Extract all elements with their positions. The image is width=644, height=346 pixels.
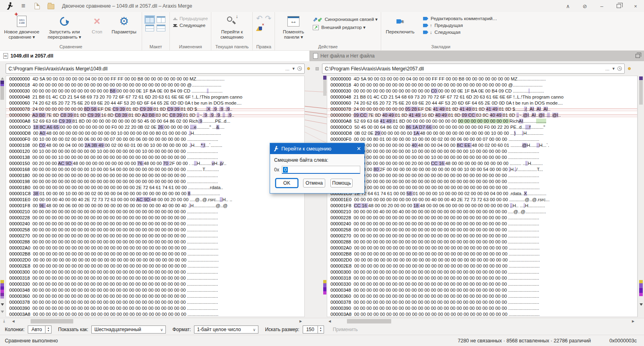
hex-row[interactable]: 000003A8 00 00 00 00 00 00 00 00 00 00 0… [6, 311, 304, 317]
hex-row[interactable]: 00000090 09 CC 7E 8D 40 49 81 8D 41 49 1… [327, 112, 637, 118]
hex-row[interactable]: 000002A0 00 00 00 00 00 00 00 00 00 00 0… [327, 245, 637, 251]
right-scrollbar[interactable] [638, 76, 644, 317]
offset-input[interactable]: 0 [282, 166, 360, 174]
rerun-comparison-button[interactable]: Запустить или пересравнить ▾ [44, 13, 85, 40]
minimize-button[interactable]: – [593, 0, 610, 12]
hex-row[interactable]: 00000348 00 00 00 00 00 00 00 00 00 00 0… [6, 287, 304, 293]
right-browse-icon[interactable]: … [605, 66, 609, 71]
toggle-bookmark-button[interactable]: ± Переключить [384, 13, 416, 35]
right-file-path[interactable]: C:\Program Files\Araxis\Araxis Merge\205… [325, 66, 602, 72]
layout-three-panes-horizontal-button[interactable] [157, 25, 165, 31]
left-file-path-bar[interactable]: C:\Program Files\Araxis\Araxis Merge\104… [6, 64, 305, 74]
hex-row[interactable]: 000000C0 18 8C A6 65 00 00 00 00 00 00 0… [6, 124, 304, 130]
hex-row[interactable]: 00000270 00 00 00 00 00 00 00 00 00 00 0… [6, 233, 304, 239]
hex-row[interactable]: 000002A0 00 00 00 00 00 00 00 00 00 00 0… [6, 245, 304, 251]
menu-icon[interactable]: ≡ [19, 2, 27, 10]
hex-row[interactable]: 000002B8 00 00 00 00 00 00 00 00 00 00 0… [327, 251, 637, 257]
hex-row[interactable]: 00000198 00 00 00 00 00 00 00 00 00 00 0… [6, 179, 304, 185]
previous-bookmark-button[interactable]: ↑ Предыдущая [423, 23, 497, 28]
hex-row[interactable]: 00000360 00 00 00 00 00 00 00 00 00 00 0… [327, 293, 637, 299]
left-hex-panel[interactable]: 00000000 4D 5A 90 00 03 00 00 00 04 00 0… [6, 76, 305, 317]
next-bookmark-button[interactable]: ↓ Следующая [423, 30, 497, 35]
hex-row[interactable]: 000001B0 00 00 00 00 00 00 00 00 00 00 0… [6, 185, 304, 191]
edit-comment-button[interactable]: Редактировать комментарий… [423, 16, 497, 21]
hex-row[interactable]: 00000330 00 00 00 00 00 00 00 00 00 00 0… [6, 281, 304, 287]
hex-row[interactable]: 00000150 00 20 00 00 AC 9D 48 00 00 00 0… [6, 161, 304, 167]
hex-row[interactable]: 00000048 21 B8 01 4C CD 21 54 68 69 73 2… [6, 94, 304, 100]
show-as-select[interactable]: Шестнадцатеричный ∨ [91, 325, 166, 334]
hex-row[interactable]: 00000228 00 00 00 00 00 00 00 00 00 00 0… [6, 215, 304, 221]
hex-row[interactable]: 000001F8 00 9E 48 00 00 06 00 00 00 00 0… [6, 203, 304, 209]
ok-button[interactable]: OK [276, 179, 298, 187]
hex-row[interactable]: 000000D8 0B 02 0E 29 00 00 00 00 00 1A 4… [327, 130, 637, 136]
left-scroll-right-arrow[interactable]: ▶ [299, 319, 302, 323]
new-comparison-icon[interactable] [33, 2, 41, 10]
hex-row[interactable]: 000000F0 00 00 00 80 01 00 00 00 00 10 0… [327, 136, 637, 142]
hex-row[interactable]: 00000210 00 00 00 00 00 00 00 00 00 00 0… [6, 209, 304, 215]
tab-empty-comparison[interactable]: Нет файла и Нет файла [310, 51, 621, 61]
tab-restore-icon[interactable] [636, 54, 640, 58]
restore-button[interactable] [610, 0, 627, 12]
open-folder-icon[interactable] [47, 2, 55, 10]
right-file-path-bar[interactable]: C:\Program Files\Araxis\Araxis Merge\205… [322, 64, 625, 74]
hex-row[interactable]: 00000018 40 00 00 00 00 00 00 00 00 00 0… [6, 82, 304, 88]
hex-row[interactable]: 00000168 00 00 00 00 00 00 00 00 00 10 0… [6, 167, 304, 173]
hex-row[interactable]: 000000C0 50 45 00 00 64 86 02 00 86 1A D… [327, 124, 637, 130]
hex-row[interactable]: 00000030 00 00 00 00 00 00 00 00 00 00 0… [327, 88, 637, 94]
hex-row[interactable]: 00000000 4D 5A 90 00 03 00 00 00 04 00 0… [6, 76, 304, 82]
hex-row[interactable]: 00000060 74 20 62 65 20 72 75 6E 20 69 6… [6, 100, 304, 106]
jump-last-diff-icon[interactable]: ⤓ [3, 319, 5, 323]
left-file-path[interactable]: C:\Program Files\Araxis\Araxis Merge\104… [8, 66, 282, 72]
hex-row[interactable]: 00000348 00 00 00 00 00 00 00 00 00 00 0… [327, 287, 637, 293]
hex-row[interactable]: 00000090 A3 B8 7E 8D C8 39 81 8D C9 39 1… [6, 112, 304, 118]
hex-row[interactable]: 00000138 00 00 00 00 10 00 00 00 00 00 0… [6, 154, 304, 161]
new-binary-comparison-button[interactable]: 10111100+ Новое двоичное сравнение ▾ [3, 13, 40, 40]
splitter-grip[interactable] [316, 67, 319, 70]
left-history-icon[interactable] [297, 66, 302, 71]
next-change-button[interactable]: Следующее [173, 23, 208, 28]
hex-row[interactable]: 00000180 00 00 00 00 00 00 00 00 00 00 0… [6, 173, 304, 179]
left-hscroll-thumb[interactable] [31, 319, 73, 323]
sync-links-button[interactable]: ⇗⇙ Синхронизация связей ▾ [313, 16, 378, 23]
hex-row[interactable]: 00000108 00 C0 48 00 00 04 00 00 2A 3B 4… [6, 142, 304, 148]
hex-row[interactable]: 000000A8 52 69 63 68 41 49 81 8D 00 00 0… [327, 118, 637, 124]
hex-row[interactable]: 000000D8 00 A0 48 00 00 00 00 00 00 00 0… [6, 130, 304, 136]
hex-row[interactable]: 000002D0 00 00 00 00 00 00 00 00 00 00 0… [6, 257, 304, 263]
help-button[interactable]: Помощь [330, 179, 353, 187]
hex-row[interactable]: 00000048 21 B8 01 4C CD 21 54 68 69 73 2… [327, 94, 637, 100]
hex-row[interactable]: 00000198 00 00 00 00 00 00 00 00 00 00 0… [327, 179, 637, 185]
hex-row[interactable]: 00000288 00 00 00 00 00 00 00 00 00 00 0… [327, 239, 637, 245]
hex-row[interactable]: 00000000 4D 5A 90 00 03 00 00 00 04 00 0… [327, 76, 637, 82]
hex-row[interactable]: 00000150 00 00 00 00 00 00 00 00 00 20 0… [327, 161, 637, 167]
hex-row[interactable]: 00000258 00 00 00 00 00 00 00 00 00 00 0… [327, 227, 637, 233]
hex-row[interactable]: 000001E0 00 00 00 00 40 00 00 40 2E 72 7… [6, 197, 304, 203]
hex-row[interactable]: 00000120 00 10 00 00 00 00 00 00 00 00 1… [6, 148, 304, 154]
right-scroll-right-arrow[interactable]: ▶ [632, 319, 634, 323]
goto-offset-button[interactable]: ↓ Перейти к смещению [215, 13, 249, 40]
hex-row[interactable]: 00000060 74 20 62 65 20 72 75 6E 20 69 6… [327, 100, 637, 106]
hex-row[interactable]: 00000378 00 00 00 00 00 00 00 00 00 00 0… [6, 299, 304, 305]
hex-row[interactable]: 00000210 00 00 00 00 40 00 00 40 00 00 0… [327, 209, 637, 215]
left-overview-strip[interactable] [0, 76, 5, 317]
hex-row[interactable]: 00000138 10 00 00 00 00 00 00 00 00 00 0… [327, 154, 637, 161]
hex-row[interactable]: 00000300 00 00 00 00 00 00 00 00 00 00 0… [6, 269, 304, 275]
hex-row[interactable]: 00000240 00 00 00 00 00 00 00 00 00 00 0… [327, 221, 637, 227]
hex-row[interactable]: 00000078 24 00 00 00 00 00 00 00 8D 58 E… [6, 106, 304, 112]
right-hscroll-thumb[interactable] [347, 319, 391, 323]
hex-row[interactable]: 00000378 00 00 00 00 00 00 00 00 00 00 0… [327, 299, 637, 305]
hex-row[interactable]: 00000228 00 00 00 00 00 00 00 00 00 00 0… [327, 215, 637, 221]
right-dropdown-icon[interactable]: ▾ [612, 66, 615, 71]
hex-row[interactable]: 00000270 00 00 00 00 00 00 00 00 00 00 0… [327, 233, 637, 239]
hex-row[interactable]: 000003A8 00 00 00 00 00 00 00 00 00 00 0… [327, 311, 637, 317]
left-dropdown-icon[interactable]: ▾ [292, 66, 295, 71]
hex-row[interactable]: 00000318 00 00 00 00 00 00 00 00 00 00 0… [327, 275, 637, 281]
close-button[interactable]: × [627, 0, 644, 12]
hex-row[interactable]: 00000018 40 00 00 00 00 00 00 00 00 00 0… [327, 82, 637, 88]
hex-row[interactable]: 000002E8 00 00 00 00 00 00 00 00 00 00 0… [327, 263, 637, 269]
swap-panels-button[interactable]: ↔ Поменять панели ▾ [278, 13, 309, 40]
hex-row[interactable]: 00000108 00 00 00 00 00 00 00 00 00 40 4… [327, 142, 637, 148]
hex-row[interactable]: 00000300 00 00 00 00 00 00 00 00 00 00 0… [327, 269, 637, 275]
hex-row[interactable]: 00000330 00 00 00 00 00 00 00 00 00 00 0… [327, 281, 637, 287]
hex-row[interactable]: 000001F8 CC 16 48 00 00 20 00 00 00 18 4… [327, 203, 637, 209]
hex-row[interactable]: 000000F0 00 10 00 00 00 02 00 00 06 00 0… [6, 136, 304, 142]
